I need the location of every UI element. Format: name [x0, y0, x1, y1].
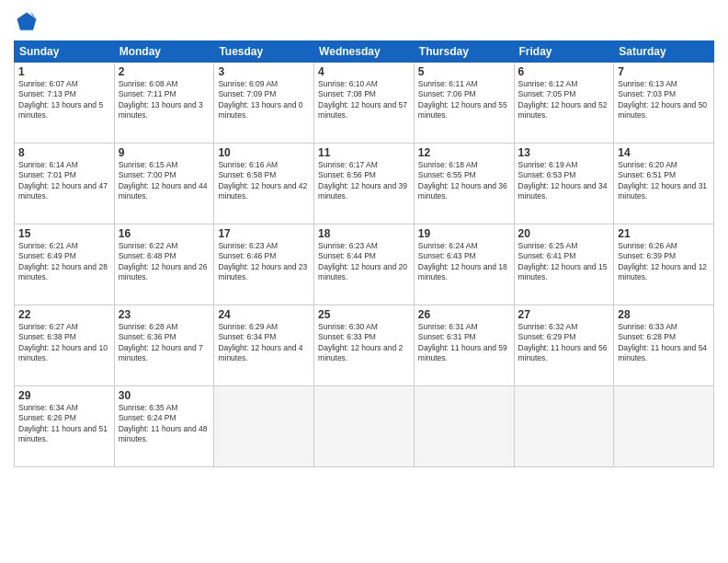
day-info: Sunrise: 6:29 AM Sunset: 6:34 PM Dayligh… — [218, 322, 310, 364]
page: SundayMondayTuesdayWednesdayThursdayFrid… — [0, 0, 728, 563]
day-cell: 2 Sunrise: 6:08 AM Sunset: 7:11 PM Dayli… — [114, 63, 214, 144]
day-number: 27 — [518, 308, 610, 321]
day-cell: 19 Sunrise: 6:24 AM Sunset: 6:43 PM Dayl… — [414, 224, 514, 305]
day-cell: 30 Sunrise: 6:35 AM Sunset: 6:24 PM Dayl… — [114, 386, 214, 467]
day-number: 20 — [518, 227, 610, 240]
day-info: Sunrise: 6:10 AM Sunset: 7:08 PM Dayligh… — [318, 79, 410, 121]
day-info: Sunrise: 6:08 AM Sunset: 7:11 PM Dayligh… — [119, 79, 210, 121]
weekday-header-saturday: Saturday — [614, 41, 714, 63]
day-info: Sunrise: 6:27 AM Sunset: 6:38 PM Dayligh… — [18, 322, 110, 364]
logo-icon — [14, 9, 40, 35]
logo — [14, 9, 43, 35]
day-info: Sunrise: 6:17 AM Sunset: 6:56 PM Dayligh… — [318, 160, 410, 202]
day-cell: 24 Sunrise: 6:29 AM Sunset: 6:34 PM Dayl… — [214, 305, 314, 386]
day-info: Sunrise: 6:25 AM Sunset: 6:41 PM Dayligh… — [518, 241, 610, 283]
day-number: 8 — [18, 146, 110, 159]
day-info: Sunrise: 6:32 AM Sunset: 6:29 PM Dayligh… — [518, 322, 610, 364]
week-row-3: 15 Sunrise: 6:21 AM Sunset: 6:49 PM Dayl… — [15, 224, 714, 305]
day-cell: 17 Sunrise: 6:23 AM Sunset: 6:46 PM Dayl… — [214, 224, 314, 305]
day-number: 24 — [218, 308, 310, 321]
weekday-header-friday: Friday — [514, 41, 614, 63]
day-cell: 13 Sunrise: 6:19 AM Sunset: 6:53 PM Dayl… — [514, 144, 614, 224]
week-row-1: 1 Sunrise: 6:07 AM Sunset: 7:13 PM Dayli… — [15, 63, 714, 144]
day-cell: 22 Sunrise: 6:27 AM Sunset: 6:38 PM Dayl… — [15, 305, 115, 386]
day-cell: 26 Sunrise: 6:31 AM Sunset: 6:31 PM Dayl… — [414, 305, 514, 386]
day-cell — [414, 386, 514, 467]
day-info: Sunrise: 6:20 AM Sunset: 6:51 PM Dayligh… — [618, 160, 710, 202]
day-info: Sunrise: 6:33 AM Sunset: 6:28 PM Dayligh… — [618, 322, 710, 364]
day-cell — [614, 386, 714, 467]
day-number: 1 — [18, 65, 110, 78]
day-number: 12 — [418, 146, 510, 159]
weekday-header-row: SundayMondayTuesdayWednesdayThursdayFrid… — [15, 41, 714, 63]
weekday-header-tuesday: Tuesday — [214, 41, 314, 63]
day-info: Sunrise: 6:23 AM Sunset: 6:46 PM Dayligh… — [218, 241, 310, 283]
day-cell: 10 Sunrise: 6:16 AM Sunset: 6:58 PM Dayl… — [214, 144, 314, 224]
day-number: 7 — [618, 65, 710, 78]
day-number: 3 — [218, 65, 310, 78]
weekday-header-sunday: Sunday — [15, 41, 115, 63]
day-cell: 28 Sunrise: 6:33 AM Sunset: 6:28 PM Dayl… — [614, 305, 714, 386]
day-number: 4 — [318, 65, 410, 78]
weekday-header-monday: Monday — [114, 41, 214, 63]
day-number: 11 — [318, 146, 410, 159]
day-number: 26 — [418, 308, 510, 321]
day-cell: 15 Sunrise: 6:21 AM Sunset: 6:49 PM Dayl… — [15, 224, 115, 305]
day-info: Sunrise: 6:22 AM Sunset: 6:48 PM Dayligh… — [119, 241, 210, 283]
day-cell: 1 Sunrise: 6:07 AM Sunset: 7:13 PM Dayli… — [15, 63, 115, 144]
day-number: 21 — [618, 227, 710, 240]
day-number: 6 — [518, 65, 610, 78]
day-number: 16 — [119, 227, 210, 240]
day-info: Sunrise: 6:26 AM Sunset: 6:39 PM Dayligh… — [618, 241, 710, 283]
day-cell: 8 Sunrise: 6:14 AM Sunset: 7:01 PM Dayli… — [15, 144, 115, 224]
day-info: Sunrise: 6:30 AM Sunset: 6:33 PM Dayligh… — [318, 322, 410, 364]
day-cell: 23 Sunrise: 6:28 AM Sunset: 6:36 PM Dayl… — [114, 305, 214, 386]
day-info: Sunrise: 6:15 AM Sunset: 7:00 PM Dayligh… — [119, 160, 210, 202]
day-number: 18 — [318, 227, 410, 240]
day-info: Sunrise: 6:14 AM Sunset: 7:01 PM Dayligh… — [18, 160, 110, 202]
day-info: Sunrise: 6:23 AM Sunset: 6:44 PM Dayligh… — [318, 241, 410, 283]
day-number: 17 — [218, 227, 310, 240]
week-row-5: 29 Sunrise: 6:34 AM Sunset: 6:26 PM Dayl… — [15, 386, 714, 467]
day-number: 25 — [318, 308, 410, 321]
day-info: Sunrise: 6:28 AM Sunset: 6:36 PM Dayligh… — [119, 322, 210, 364]
day-cell: 12 Sunrise: 6:18 AM Sunset: 6:55 PM Dayl… — [414, 144, 514, 224]
weekday-header-wednesday: Wednesday — [314, 41, 415, 63]
day-info: Sunrise: 6:16 AM Sunset: 6:58 PM Dayligh… — [218, 160, 310, 202]
day-cell: 20 Sunrise: 6:25 AM Sunset: 6:41 PM Dayl… — [514, 224, 614, 305]
day-info: Sunrise: 6:24 AM Sunset: 6:43 PM Dayligh… — [418, 241, 510, 283]
day-cell — [514, 386, 614, 467]
header-area — [14, 9, 714, 35]
day-cell: 5 Sunrise: 6:11 AM Sunset: 7:06 PM Dayli… — [414, 63, 514, 144]
week-row-4: 22 Sunrise: 6:27 AM Sunset: 6:38 PM Dayl… — [15, 305, 714, 386]
day-number: 30 — [119, 389, 210, 402]
day-info: Sunrise: 6:35 AM Sunset: 6:24 PM Dayligh… — [119, 403, 210, 445]
day-cell: 3 Sunrise: 6:09 AM Sunset: 7:09 PM Dayli… — [214, 63, 314, 144]
weekday-header-thursday: Thursday — [414, 41, 514, 63]
day-number: 29 — [18, 389, 110, 402]
day-info: Sunrise: 6:34 AM Sunset: 6:26 PM Dayligh… — [18, 403, 110, 445]
day-number: 5 — [418, 65, 510, 78]
day-cell: 9 Sunrise: 6:15 AM Sunset: 7:00 PM Dayli… — [114, 144, 214, 224]
day-cell: 11 Sunrise: 6:17 AM Sunset: 6:56 PM Dayl… — [314, 144, 415, 224]
day-number: 9 — [119, 146, 210, 159]
day-info: Sunrise: 6:09 AM Sunset: 7:09 PM Dayligh… — [218, 79, 310, 121]
day-number: 2 — [119, 65, 210, 78]
day-number: 10 — [218, 146, 310, 159]
day-info: Sunrise: 6:19 AM Sunset: 6:53 PM Dayligh… — [518, 160, 610, 202]
day-cell — [314, 386, 415, 467]
day-info: Sunrise: 6:31 AM Sunset: 6:31 PM Dayligh… — [418, 322, 510, 364]
day-cell: 29 Sunrise: 6:34 AM Sunset: 6:26 PM Dayl… — [15, 386, 115, 467]
calendar-table: SundayMondayTuesdayWednesdayThursdayFrid… — [14, 40, 714, 467]
day-info: Sunrise: 6:12 AM Sunset: 7:05 PM Dayligh… — [518, 79, 610, 121]
day-cell: 4 Sunrise: 6:10 AM Sunset: 7:08 PM Dayli… — [314, 63, 415, 144]
day-number: 28 — [618, 308, 710, 321]
day-number: 22 — [18, 308, 110, 321]
day-info: Sunrise: 6:07 AM Sunset: 7:13 PM Dayligh… — [18, 79, 110, 121]
day-cell: 25 Sunrise: 6:30 AM Sunset: 6:33 PM Dayl… — [314, 305, 415, 386]
day-info: Sunrise: 6:21 AM Sunset: 6:49 PM Dayligh… — [18, 241, 110, 283]
day-number: 23 — [119, 308, 210, 321]
day-cell: 6 Sunrise: 6:12 AM Sunset: 7:05 PM Dayli… — [514, 63, 614, 144]
day-cell: 18 Sunrise: 6:23 AM Sunset: 6:44 PM Dayl… — [314, 224, 415, 305]
day-cell: 27 Sunrise: 6:32 AM Sunset: 6:29 PM Dayl… — [514, 305, 614, 386]
